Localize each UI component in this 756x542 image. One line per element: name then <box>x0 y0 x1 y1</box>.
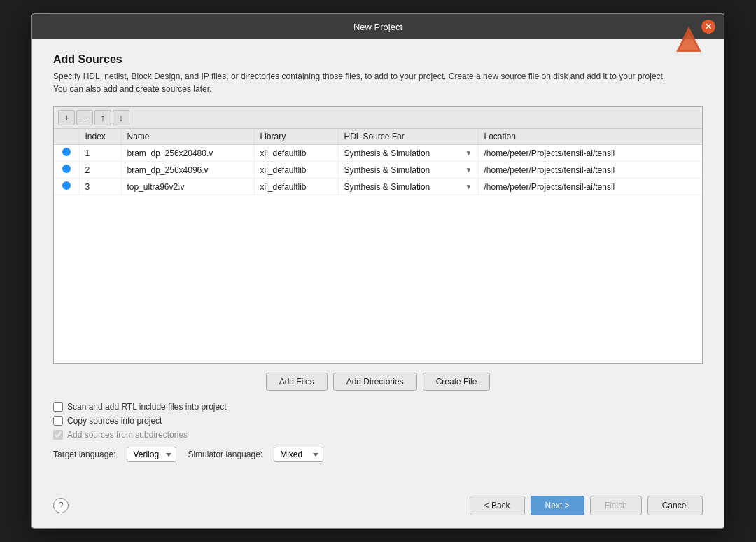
name-cell: bram_dp_256x4096.v <box>121 162 254 179</box>
scan-rtl-label: Scan and add RTL include files into proj… <box>67 402 226 412</box>
location-cell: /home/peter/Projects/tensil-ai/tensil <box>478 162 702 179</box>
library-cell: xil_defaultlib <box>254 162 338 179</box>
table-row[interactable]: 3 top_ultra96v2.v xil_defaultlib Synthes… <box>54 179 702 195</box>
simulator-language-select[interactable]: Mixed Verilog VHDL <box>274 447 323 462</box>
hdl-value: Synthesis & Simulation <box>344 148 430 158</box>
help-button[interactable]: ? <box>53 498 69 513</box>
language-row: Target language: Verilog VHDL Simulator … <box>53 447 703 462</box>
dialog-footer: ? < Back Next > Finish Cancel <box>32 487 724 528</box>
status-cell <box>54 162 79 179</box>
copy-sources-label: Copy sources into project <box>67 416 162 426</box>
next-button[interactable]: Next > <box>531 496 584 515</box>
hdl-dropdown-arrow[interactable]: ▼ <box>465 183 472 190</box>
hdl-dropdown-arrow[interactable]: ▼ <box>465 166 472 174</box>
sources-table: Index Name Library HDL Source For Locati… <box>54 129 702 195</box>
location-cell: /home/peter/Projects/tensil-ai/tensil <box>478 179 702 195</box>
status-cell <box>54 145 79 162</box>
name-cell: top_ultra96v2.v <box>121 179 254 195</box>
hdl-cell: Synthesis & Simulation ▼ <box>338 162 478 179</box>
table-row[interactable]: 1 bram_dp_256x20480.v xil_defaultlib Syn… <box>54 145 702 162</box>
add-files-button[interactable]: Add Files <box>266 373 328 391</box>
table-row[interactable]: 2 bram_dp_256x4096.v xil_defaultlib Synt… <box>54 162 702 179</box>
close-button[interactable]: ✕ <box>701 20 715 34</box>
move-down-button[interactable]: ↓ <box>113 110 130 125</box>
scan-rtl-row: Scan and add RTL include files into proj… <box>53 402 703 412</box>
add-subdirs-checkbox <box>53 430 63 440</box>
add-subdirs-label: Add sources from subdirectories <box>67 430 188 440</box>
create-file-button[interactable]: Create File <box>423 373 491 391</box>
library-cell: xil_defaultlib <box>254 145 338 162</box>
hdl-cell: Synthesis & Simulation ▼ <box>338 145 478 162</box>
location-cell: /home/peter/Projects/tensil-ai/tensil <box>478 145 702 162</box>
col-location: Location <box>478 129 702 145</box>
title-bar: New Project ✕ <box>32 14 724 39</box>
col-name: Name <box>121 129 254 145</box>
move-up-button[interactable]: ↑ <box>94 110 111 125</box>
header-content: Add Sources Specify HDL, netlist, Block … <box>53 53 675 106</box>
table-toolbar: + − ↑ ↓ <box>54 107 702 129</box>
dialog-overlay: New Project ✕ Add Sources Specify HDL, n… <box>0 0 756 542</box>
sources-table-container: + − ↑ ↓ Index Name Library HDL Source Fo… <box>53 106 703 364</box>
hdl-value: Synthesis & Simulation <box>344 182 430 192</box>
back-button[interactable]: < Back <box>470 496 525 515</box>
logo <box>675 25 703 55</box>
add-directories-button[interactable]: Add Directories <box>333 373 417 391</box>
library-cell: xil_defaultlib <box>254 179 338 195</box>
simulator-language-label: Simulator language: <box>188 450 262 459</box>
hdl-value: Synthesis & Simulation <box>344 165 430 175</box>
options-section: Scan and add RTL include files into proj… <box>53 402 703 462</box>
section-desc: Specify HDL, netlist, Block Design, and … <box>53 70 675 95</box>
status-cell <box>54 179 79 195</box>
cancel-button[interactable]: Cancel <box>648 496 703 515</box>
new-project-dialog: New Project ✕ Add Sources Specify HDL, n… <box>31 13 724 529</box>
finish-button[interactable]: Finish <box>590 496 642 515</box>
col-index: Index <box>79 129 121 145</box>
section-title: Add Sources <box>53 53 675 66</box>
index-cell: 1 <box>79 145 121 162</box>
copy-sources-checkbox[interactable] <box>53 416 63 426</box>
hdl-dropdown-arrow[interactable]: ▼ <box>465 149 472 157</box>
col-hdl: HDL Source For <box>338 129 478 145</box>
header-row: Add Sources Specify HDL, netlist, Block … <box>53 53 703 106</box>
col-status <box>54 129 79 145</box>
empty-space <box>54 195 702 363</box>
index-cell: 2 <box>79 162 121 179</box>
dialog-body: Add Sources Specify HDL, netlist, Block … <box>32 39 724 487</box>
add-subdirs-row: Add sources from subdirectories <box>53 430 703 440</box>
target-language-label: Target language: <box>53 450 115 459</box>
col-library: Library <box>254 129 338 145</box>
status-dot <box>62 181 71 190</box>
scan-rtl-checkbox[interactable] <box>53 402 63 412</box>
hdl-cell: Synthesis & Simulation ▼ <box>338 179 478 195</box>
remove-source-button[interactable]: − <box>76 110 93 125</box>
index-cell: 3 <box>79 179 121 195</box>
target-language-select[interactable]: Verilog VHDL <box>127 447 176 462</box>
dialog-title: New Project <box>55 22 701 32</box>
action-buttons: Add Files Add Directories Create File <box>53 373 703 391</box>
status-dot <box>62 148 71 156</box>
status-dot <box>62 165 71 173</box>
add-source-button[interactable]: + <box>58 110 75 125</box>
name-cell: bram_dp_256x20480.v <box>121 145 254 162</box>
copy-sources-row: Copy sources into project <box>53 416 703 426</box>
